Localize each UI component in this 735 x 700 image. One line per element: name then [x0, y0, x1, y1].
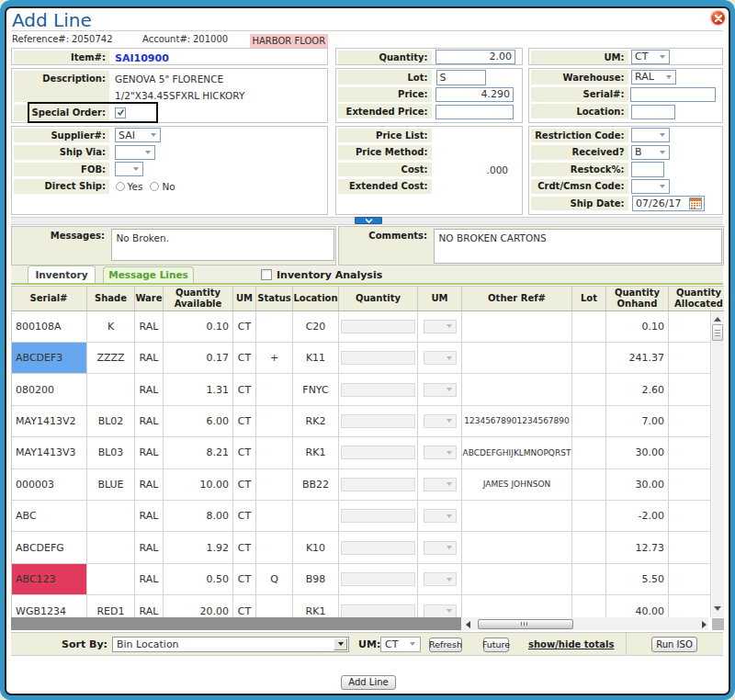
- future-button[interactable]: Future: [483, 638, 509, 652]
- cell-qty-allocated: [669, 564, 711, 594]
- row-um-select[interactable]: [424, 541, 457, 555]
- crdt-cmsn-select[interactable]: [631, 179, 670, 194]
- vertical-scrollbar-thumb[interactable]: [712, 324, 723, 341]
- warehouse-select[interactable]: RAL: [631, 70, 676, 85]
- um-group: UM: CT: [528, 48, 724, 65]
- table-row[interactable]: ABC123RAL0.50CTQB985.50: [11, 564, 711, 595]
- item-value[interactable]: SAI10900: [115, 52, 169, 64]
- add-line-dialog: Add Line Reference#: 2050742 Account#: 2…: [0, 0, 735, 700]
- row-um-select[interactable]: [424, 446, 457, 459]
- cell-location: K10: [293, 532, 339, 562]
- table-row[interactable]: ABCDEF3ZZZZRAL0.17CT+K11241.37: [11, 343, 711, 374]
- cell-qty-onhand: 7.00: [606, 406, 669, 436]
- fob-select[interactable]: [115, 162, 143, 176]
- collapse-button[interactable]: [355, 217, 382, 224]
- ship-date-label: Ship Date:: [531, 197, 628, 211]
- chevron-down-icon: [447, 514, 452, 518]
- dropdown-button[interactable]: [334, 638, 347, 651]
- row-quantity-input[interactable]: [341, 604, 415, 618]
- table-row[interactable]: MAY1413V2BL02RAL6.00CTRK2123456789012345…: [11, 406, 711, 437]
- table-row[interactable]: ABCDEFGRAL1.92CTK1012.73: [11, 532, 711, 563]
- scroll-up-icon[interactable]: [714, 317, 721, 322]
- calendar-icon[interactable]: [689, 198, 702, 209]
- row-quantity-input[interactable]: [341, 351, 415, 365]
- horizontal-scrollbar[interactable]: [11, 617, 724, 630]
- lot-input[interactable]: S: [436, 70, 486, 85]
- row-um-select[interactable]: [424, 351, 457, 365]
- row-um-select[interactable]: [424, 414, 457, 428]
- special-order-checkbox[interactable]: [115, 107, 126, 119]
- column-header: Status: [256, 287, 293, 310]
- scroll-left-icon[interactable]: [466, 621, 470, 628]
- refresh-button[interactable]: Refresh: [429, 638, 462, 652]
- supplier-select[interactable]: SAI: [115, 128, 161, 142]
- row-quantity-input[interactable]: [341, 446, 415, 459]
- scroll-down-icon[interactable]: [714, 606, 721, 611]
- table-row[interactable]: 000003BLUERAL10.00CTBB22JAMES JOHNSON30.…: [11, 469, 711, 501]
- description-group: Description: GENOVA 5" FLORENCE 1/2"X34.…: [11, 68, 328, 123]
- direct-ship-yes-radio[interactable]: [116, 182, 125, 191]
- row-um-select[interactable]: [424, 478, 457, 491]
- close-button[interactable]: [711, 11, 725, 25]
- row-um-select[interactable]: [424, 572, 457, 586]
- direct-ship-label: Direct Ship:: [14, 179, 109, 194]
- row-quantity-input[interactable]: [341, 414, 415, 428]
- cell-lot: [572, 469, 606, 500]
- scroll-right-icon[interactable]: [702, 621, 707, 628]
- received-select[interactable]: B: [631, 145, 670, 160]
- table-row[interactable]: 080200RAL1.31CTFNYC2.60: [11, 374, 711, 405]
- show-hide-totals-link[interactable]: show/hide totals: [528, 639, 614, 649]
- row-um-select[interactable]: [424, 320, 457, 333]
- sort-by-select[interactable]: Bin Location: [112, 637, 349, 653]
- cell-qty-onhand: 5.50: [606, 564, 669, 594]
- row-um-select[interactable]: [424, 383, 457, 397]
- chevron-down-icon: [447, 324, 452, 328]
- direct-ship-no-radio[interactable]: [150, 182, 159, 191]
- row-quantity-input[interactable]: [341, 478, 415, 491]
- table-row[interactable]: MAY1413V3BL03RAL8.21CTRK1ABCDEFGHIJKLMNO…: [11, 437, 711, 469]
- ship-via-select[interactable]: [115, 145, 155, 160]
- sort-by-label: Sort By:: [62, 638, 106, 650]
- cell-shade: [87, 564, 135, 594]
- reference-value: 2050742: [72, 34, 113, 44]
- um-select[interactable]: CT: [631, 50, 670, 65]
- messages-box[interactable]: No Broken.: [111, 229, 334, 262]
- column-header: Other Ref#: [462, 287, 572, 310]
- horizontal-scrollbar-thumb[interactable]: [478, 619, 574, 629]
- cell-um: CT: [233, 311, 256, 342]
- vertical-scrollbar[interactable]: [712, 311, 724, 618]
- column-header: Lot: [572, 287, 606, 310]
- row-um-select[interactable]: [424, 604, 457, 618]
- tab-inventory[interactable]: Inventory: [28, 265, 96, 283]
- run-iso-button[interactable]: Run ISO: [651, 637, 697, 652]
- row-um-select[interactable]: [424, 509, 457, 523]
- serial-input[interactable]: [630, 87, 716, 103]
- footer-bar: Sort By: Bin Location UM: CT Refresh Fut…: [11, 632, 723, 656]
- row-quantity-input[interactable]: [341, 572, 415, 586]
- price-input[interactable]: 4.290: [435, 87, 514, 103]
- chevron-down-icon: [660, 151, 665, 154]
- row-quantity-input[interactable]: [341, 509, 415, 523]
- row-quantity-input[interactable]: [341, 383, 415, 397]
- extended-price-input[interactable]: [435, 105, 514, 120]
- restock-input[interactable]: [631, 162, 664, 177]
- cell-location: RK1: [293, 595, 339, 617]
- tab-message-lines[interactable]: Message Lines: [103, 266, 194, 284]
- quantity-input[interactable]: 2.00: [435, 50, 515, 65]
- footer-um-select[interactable]: CT: [380, 637, 421, 652]
- table-row[interactable]: ABCRAL8.00CT-2.00: [11, 501, 711, 532]
- restriction-code-select[interactable]: [631, 128, 670, 142]
- inventory-analysis-checkbox[interactable]: [261, 269, 272, 280]
- ship-date-input[interactable]: 07/26/17: [632, 196, 705, 211]
- table-row[interactable]: 800108AKRAL0.10CTC200.10: [11, 311, 711, 343]
- location-input[interactable]: [631, 105, 675, 120]
- tab-strip: Inventory Message Lines Inventory Analys…: [11, 265, 723, 284]
- add-line-button[interactable]: Add Line: [341, 675, 396, 690]
- cell-qty-allocated: [669, 532, 711, 562]
- cell-serial: ABC: [11, 501, 87, 531]
- table-row[interactable]: WGB1234RED1RAL20.00CTRK140.00: [11, 595, 711, 617]
- cell-qty-allocated: [669, 501, 711, 531]
- row-quantity-input[interactable]: [341, 320, 415, 333]
- comments-box[interactable]: NO BROKEN CARTONS: [434, 229, 722, 264]
- row-quantity-input[interactable]: [341, 541, 415, 555]
